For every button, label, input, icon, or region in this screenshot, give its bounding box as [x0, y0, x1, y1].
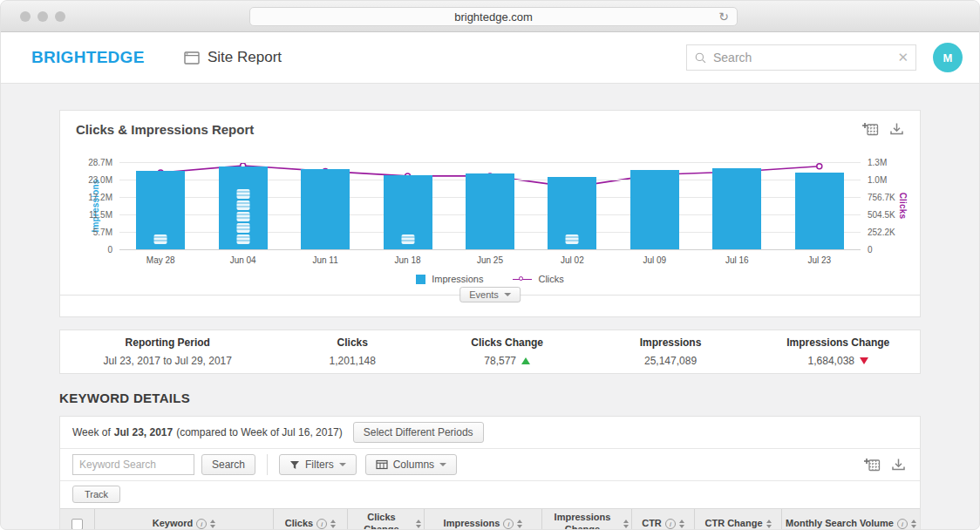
column-header-impressions-change[interactable]: Impressions Change [542, 509, 632, 530]
impressions-bar-jun-25[interactable] [466, 173, 514, 250]
window-close-button[interactable] [20, 11, 31, 22]
column-header-monthly-search-volume[interactable]: Monthly Search Volumei [782, 509, 920, 530]
event-note-icon[interactable] [566, 234, 579, 244]
x-axis-label: Jul 23 [779, 255, 861, 265]
app-header: BRIGHTEDGE Site Report ✕ M [1, 32, 979, 84]
right-axis-tick: 252.2K [861, 228, 895, 237]
user-avatar[interactable]: M [933, 43, 963, 72]
report-summary-table: Reporting PeriodClicksClicks ChangeImpre… [59, 330, 921, 374]
x-axis-label: Jun 25 [449, 255, 531, 265]
reload-icon[interactable]: ↻ [718, 10, 729, 24]
filters-button[interactable]: Filters [279, 454, 357, 475]
period-row: Week of Jul 23, 2017 (compared to Week o… [60, 417, 920, 449]
search-input[interactable] [713, 51, 897, 65]
keyword-search-input[interactable] [72, 454, 194, 475]
sort-icon[interactable] [766, 520, 772, 528]
event-note-icon[interactable] [236, 189, 249, 199]
event-note-icon[interactable] [154, 234, 167, 244]
sort-icon[interactable] [623, 520, 629, 528]
impressions-bar-jul-23[interactable] [795, 173, 844, 249]
summary-col-header: Impressions [584, 336, 756, 349]
column-header-ctr-change[interactable]: CTR Change [695, 509, 782, 530]
week-suffix: (compared to Week of Jul 16, 2017) [176, 426, 343, 438]
legend-label: Impressions [432, 274, 483, 284]
impressions-bar-jun-11[interactable] [301, 169, 350, 249]
filters-button-label: Filters [305, 459, 334, 471]
impressions-bar-jun-04[interactable] [219, 166, 268, 250]
download-icon[interactable] [889, 122, 904, 137]
chevron-down-icon [504, 293, 511, 296]
trend-down-icon [860, 357, 868, 364]
address-bar[interactable]: brightedge.com ↻ [249, 7, 738, 26]
event-note-icon[interactable] [401, 234, 414, 244]
column-header-impressions[interactable]: Impressionsi [425, 509, 542, 530]
x-axis-label: Jun 18 [366, 255, 448, 265]
info-icon[interactable]: i [897, 519, 908, 529]
legend-impressions[interactable]: Impressions [416, 274, 483, 284]
events-dropdown-button[interactable]: Events [459, 287, 521, 302]
columns-grid-icon [376, 459, 388, 470]
x-axis-label: May 28 [119, 255, 201, 265]
track-row: Track [60, 481, 920, 508]
summary-value: 25,147,089 [584, 355, 756, 367]
column-header-clicks-change[interactable]: Clicks Change [348, 509, 425, 530]
left-axis-tick: 17.2M [88, 193, 119, 202]
event-note-icon[interactable] [236, 234, 249, 244]
impressions-bar-jul-16[interactable] [712, 168, 761, 250]
impressions-bar-may-28[interactable] [136, 171, 185, 249]
event-annotations [566, 234, 579, 244]
sort-icon[interactable] [416, 520, 421, 528]
columns-button[interactable]: Columns [365, 454, 457, 475]
x-axis-label: Jun 04 [201, 255, 283, 265]
x-axis-label: Jul 02 [531, 255, 613, 265]
left-axis-tick: 0 [107, 245, 119, 255]
column-label: Impressions [444, 518, 500, 530]
info-icon[interactable]: i [665, 519, 676, 529]
browser-window: brightedge.com ↻ BRIGHTEDGE Site Report … [0, 0, 980, 530]
sort-icon[interactable] [210, 520, 215, 528]
summary-value: Jul 23, 2017 to Jul 29, 2017 [60, 355, 276, 367]
legend-label: Clicks [538, 274, 563, 284]
info-icon[interactable]: i [316, 519, 327, 529]
window-minimize-button[interactable] [37, 11, 48, 22]
add-to-dashboard-icon[interactable] [864, 458, 881, 472]
column-header-keyword[interactable]: Keywordi [95, 509, 274, 530]
left-axis-tick: 5.7M [93, 228, 119, 237]
search-clear-icon[interactable]: ✕ [897, 50, 909, 65]
impressions-bar-jun-18[interactable] [384, 175, 432, 249]
download-icon[interactable] [891, 458, 906, 472]
info-icon[interactable]: i [196, 519, 207, 529]
impressions-bar-jul-02[interactable] [548, 177, 596, 249]
add-to-dashboard-icon[interactable] [862, 122, 879, 137]
columns-button-label: Columns [393, 459, 434, 471]
chart-legend: ImpressionsClicks [60, 274, 920, 284]
sort-icon[interactable] [517, 520, 522, 528]
toolbar-divider [267, 454, 268, 475]
select-all-checkbox[interactable] [71, 519, 83, 530]
event-note-icon[interactable] [236, 223, 249, 233]
keyword-table-header: KeywordiClicksiClicks ChangeImpressionsi… [60, 508, 920, 530]
keyword-search-button[interactable]: Search [201, 454, 255, 475]
search-icon [694, 51, 707, 65]
event-note-icon[interactable] [236, 200, 249, 210]
select-different-periods-button[interactable]: Select Different Periods [353, 422, 484, 443]
column-label: Clicks Change [350, 512, 412, 530]
filter-funnel-icon [289, 460, 300, 470]
right-axis-tick: 1.0M [861, 175, 887, 185]
column-label: Clicks [285, 518, 313, 530]
column-header-ctr[interactable]: CTRi [632, 509, 695, 530]
clicks-point-jul-23[interactable] [817, 164, 822, 169]
column-label: Impressions Change [545, 512, 620, 530]
global-search[interactable]: ✕ [686, 44, 916, 71]
window-zoom-button[interactable] [55, 11, 65, 22]
sort-icon[interactable] [330, 520, 336, 528]
info-icon[interactable]: i [503, 519, 514, 529]
sort-icon[interactable] [679, 520, 684, 528]
impressions-bar-jul-09[interactable] [630, 170, 679, 249]
track-button[interactable]: Track [72, 486, 120, 503]
event-note-icon[interactable] [236, 212, 249, 221]
window-controls [20, 11, 65, 22]
sort-icon[interactable] [911, 520, 916, 528]
legend-clicks[interactable]: Clicks [513, 274, 563, 284]
column-header-clicks[interactable]: Clicksi [274, 509, 348, 530]
